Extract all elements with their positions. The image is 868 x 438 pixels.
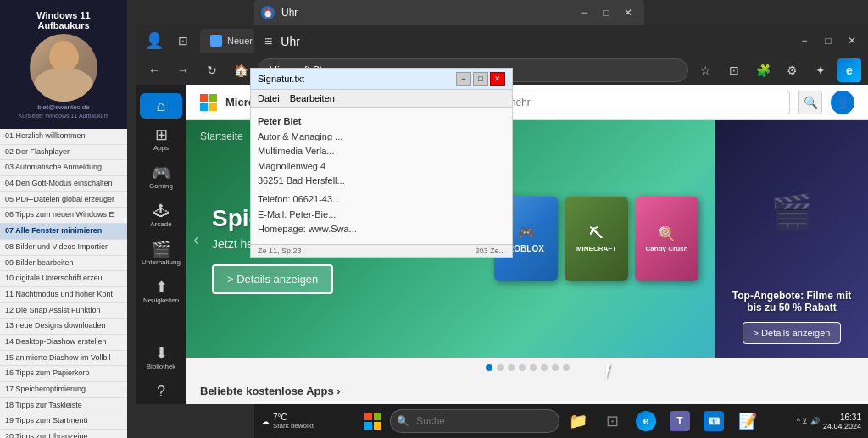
taskbar-outlook[interactable]: 📧: [698, 406, 729, 436]
refresh-button[interactable]: ↻: [200, 58, 224, 82]
back-button[interactable]: ←: [142, 58, 166, 82]
signatur-line4: Magnolienweg 4: [258, 159, 505, 175]
dot-1: [486, 364, 492, 371]
copilot-button[interactable]: ✦: [809, 58, 832, 82]
signatur-maximize-btn[interactable]: □: [473, 72, 488, 86]
lesson-item-3[interactable]: 03 Automatische Anmeldung: [0, 160, 127, 176]
lesson-item-20[interactable]: 20 Tipps zur Uhranzeige: [0, 430, 127, 438]
weather-desc: Stark bewölkt: [273, 422, 314, 430]
movie-banner[interactable]: 🎬 Top-Angebote: Filme mit bis zu 50 % Ra…: [715, 120, 868, 358]
home-button[interactable]: 🏠: [229, 58, 253, 82]
signatur-title: Signatur.txt: [258, 74, 304, 84]
section-header: Beliebte kostenlose Apps ›: [186, 378, 868, 401]
signatur-cursor-pos: Ze 11, Sp 23: [258, 247, 302, 255]
nav-apps[interactable]: ⊞ Apps: [140, 122, 182, 157]
browser-minimize-btn[interactable]: −: [795, 31, 814, 50]
nav-help[interactable]: ?: [140, 379, 182, 404]
taskbar-teams[interactable]: T: [665, 406, 695, 436]
signatur-line8: Homepage: www.Swa...: [258, 222, 505, 237]
svg-rect-3: [209, 103, 217, 111]
weather-display: ☁ 7°C Stark bewölkt: [261, 413, 314, 430]
store-search-button[interactable]: 🔍: [798, 91, 822, 114]
lesson-item-1[interactable]: 01 Herzlich willkommen: [0, 129, 127, 145]
hero-prev-button[interactable]: ‹: [193, 230, 199, 249]
clock-display[interactable]: 16:31 24.04.2024: [823, 413, 861, 430]
signatur-line3: Multimedia Verla...: [258, 144, 505, 159]
movie-details-button[interactable]: > Details anzeigen: [743, 322, 842, 344]
minimize-button[interactable]: −: [575, 3, 593, 22]
lesson-item-8[interactable]: 08 Bilder und Videos Importier: [0, 240, 127, 256]
lesson-item-11[interactable]: 11 Nachtmodus und hoher Kont: [0, 287, 127, 303]
store-user-icon[interactable]: 👤: [831, 91, 854, 114]
nav-entertainment[interactable]: 🎬 Unterhaltung: [140, 236, 182, 271]
browser-maximize-btn[interactable]: □: [819, 31, 837, 50]
settings-button[interactable]: ⚙: [780, 58, 804, 82]
taskbar-left: ☁ 7°C Stark bewölkt: [261, 413, 314, 430]
lesson-item-5[interactable]: 05 PDF-Dateien global erzeuger: [0, 192, 127, 208]
lesson-item-14[interactable]: 14 Desktop-Diashow erstellen: [0, 335, 127, 351]
taskbar-time: 16:31: [823, 413, 861, 422]
lesson-item-15[interactable]: 15 animierte Diashow im Vollbil: [0, 351, 127, 367]
favorites-button[interactable]: ☆: [693, 58, 717, 82]
entertainment-nav-icon: 🎬: [152, 241, 170, 257]
collections-button[interactable]: ⊡: [722, 58, 746, 82]
signatur-menu-datei[interactable]: Datei: [258, 93, 280, 103]
signatur-menu-bearbeiten[interactable]: Bearbeiten: [290, 93, 335, 103]
system-tray-icons: ^ ⊻ 🔊: [797, 417, 820, 425]
signatur-minimize-btn[interactable]: −: [456, 72, 471, 86]
arcade-nav-icon: 🕹: [153, 203, 169, 219]
lesson-item-4[interactable]: 04 Den Gott-Modus einschalten: [0, 176, 127, 192]
signatur-statusbar: Ze 11, Sp 23 203 Ze...: [251, 244, 512, 257]
nav-library[interactable]: ⬇ Bibliothek: [140, 341, 182, 375]
close-button[interactable]: ✕: [619, 3, 637, 22]
signatur-line1: Peter Biet: [258, 114, 505, 130]
taskbar-sticky-notes[interactable]: 📝: [732, 406, 763, 436]
signatur-line2: Autor & Managing ...: [258, 130, 505, 145]
profile-btn[interactable]: 👤: [142, 29, 166, 53]
forward-button[interactable]: →: [171, 58, 195, 82]
taskbar-edge[interactable]: e: [631, 406, 661, 436]
start-button[interactable]: [359, 408, 387, 435]
neuigkeiten-nav-label: Neuigkeiten: [143, 297, 179, 304]
lesson-item-6[interactable]: 06 Tipps zum neuen Windows E: [0, 208, 127, 224]
extensions-button[interactable]: 🧩: [751, 58, 775, 82]
lesson-item-9[interactable]: 09 Bilder bearbeiten: [0, 256, 127, 272]
neuigkeiten-nav-icon: ⬆: [155, 280, 168, 295]
clock-app-label: Uhr: [281, 35, 300, 48]
lesson-item-10[interactable]: 10 digitale Unterschrift erzeu: [0, 271, 127, 287]
microsoft-logo-icon: [200, 94, 217, 111]
hero-details-button[interactable]: > Details anzeigen: [212, 264, 333, 294]
instructor-photo: [30, 34, 97, 102]
maximize-button[interactable]: □: [597, 3, 615, 22]
dot-7: [552, 364, 559, 371]
nav-home[interactable]: ⌂: [140, 93, 182, 119]
hamburger-icon[interactable]: ≡: [264, 34, 272, 49]
taskbar: ☁ 7°C Stark bewölkt 🔍 📁: [254, 404, 868, 438]
signatur-close-btn[interactable]: ✕: [490, 72, 505, 86]
nav-gaming[interactable]: 🎮 Gaming: [140, 160, 182, 195]
lesson-item-19[interactable]: 19 Tipps zum Startmenü: [0, 413, 127, 430]
taskbar-file-explorer[interactable]: 📁: [563, 406, 593, 436]
nav-arcade[interactable]: 🕹 Arcade: [140, 198, 182, 233]
squares-btn[interactable]: ⊡: [171, 29, 195, 53]
gaming-nav-label: Gaming: [149, 182, 173, 190]
lesson-item-2[interactable]: 02 Der Flashplayer: [0, 145, 127, 161]
signatur-line7: E-Mail: Peter-Bie...: [258, 208, 505, 223]
signatur-char-count: 203 Ze...: [475, 247, 505, 255]
lesson-item-12[interactable]: 12 Die Snap Assist Funktion: [0, 303, 127, 319]
candy-crush-thumb[interactable]: 🍭 Candy Crush: [635, 197, 698, 281]
apps-nav-label: Apps: [153, 144, 169, 152]
taskbar-store[interactable]: ⊡: [597, 406, 627, 436]
browser-close-btn[interactable]: ✕: [843, 31, 861, 50]
minecraft-thumb[interactable]: ⛏ MINECRAFT: [565, 197, 628, 281]
lesson-item-17[interactable]: 17 Speicheroptimierung: [0, 382, 127, 398]
lesson-item-16[interactable]: 16 Tipps zum Papierkorb: [0, 366, 127, 382]
nav-neuigkeiten[interactable]: ⬆ Neuigkeiten: [140, 274, 182, 309]
svg-rect-1: [209, 94, 217, 102]
lesson-item-13[interactable]: 13 neue Designs downloaden: [0, 319, 127, 335]
lesson-item-18[interactable]: 18 Tipps zur Taskleiste: [0, 398, 127, 414]
svg-rect-7: [374, 422, 381, 430]
taskbar-search-input[interactable]: [390, 409, 559, 433]
svg-rect-2: [200, 103, 208, 111]
lesson-item-7[interactable]: 07 Alle Fenster minimieren: [0, 224, 127, 240]
